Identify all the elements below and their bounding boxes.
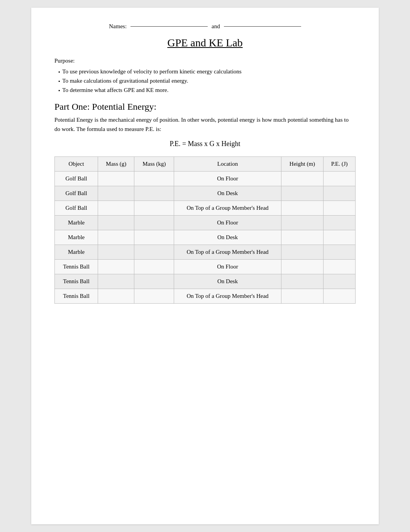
cell-height [281,201,324,216]
table-row: Golf Ball On Floor [55,172,356,186]
part-one-description: Potential Energy is the mechanical energ… [54,115,356,134]
bullet-item-2: ▪ To make calculations of gravitational … [58,76,356,85]
col-header-height: Height (m) [281,157,324,172]
cell-location: On Top of a Group Member's Head [174,245,281,260]
cell-mass-kg [134,274,174,289]
cell-mass-kg [134,260,174,274]
cell-mass-g [98,289,134,304]
names-input-2 [224,26,301,27]
bullet-item-1: ▪ To use previous knowledge of velocity … [58,67,356,76]
cell-location: On Desk [174,186,281,201]
names-line: Names: and [54,23,356,30]
cell-height [281,289,324,304]
cell-pe [324,172,356,186]
cell-mass-kg [134,216,174,230]
cell-object: Tennis Ball [55,260,98,274]
part-one-heading: Part One: Potential Energy: [54,102,356,112]
cell-pe [324,289,356,304]
cell-object: Tennis Ball [55,289,98,304]
cell-pe [324,245,356,260]
cell-mass-kg [134,245,174,260]
cell-mass-g [98,230,134,245]
cell-height [281,186,324,201]
cell-mass-g [98,274,134,289]
table-row: Golf Ball On Top of a Group Member's Hea… [55,201,356,216]
table-row: Tennis Ball On Top of a Group Member's H… [55,289,356,304]
table-row: Marble On Floor [55,216,356,230]
purpose-label: Purpose: [54,56,356,65]
cell-height [281,230,324,245]
bullet-text-3: To determine what affects GPE and KE mor… [62,85,168,95]
cell-location: On Top of a Group Member's Head [174,201,281,216]
cell-height [281,245,324,260]
cell-pe [324,230,356,245]
cell-location: On Top of a Group Member's Head [174,289,281,304]
cell-location: On Floor [174,260,281,274]
table-row: Tennis Ball On Floor [55,260,356,274]
formula: P.E. = Mass x G x Height [54,140,356,148]
cell-height [281,274,324,289]
table-row: Golf Ball On Desk [55,186,356,201]
cell-mass-kg [134,172,174,186]
col-header-location: Location [174,157,281,172]
cell-object: Tennis Ball [55,274,98,289]
cell-pe [324,201,356,216]
cell-location: On Floor [174,216,281,230]
data-table: Object Mass (g) Mass (kg) Location Heigh… [54,156,356,304]
cell-mass-g [98,201,134,216]
cell-height [281,216,324,230]
cell-mass-g [98,260,134,274]
cell-pe [324,260,356,274]
names-label: Names: [109,23,127,30]
bullet-icon-1: ▪ [58,68,60,76]
names-input-1 [130,26,208,27]
cell-mass-kg [134,201,174,216]
cell-object: Marble [55,230,98,245]
cell-location: On Desk [174,274,281,289]
cell-location: On Desk [174,230,281,245]
cell-pe [324,186,356,201]
col-header-object: Object [55,157,98,172]
and-label: and [212,23,220,30]
cell-height [281,172,324,186]
cell-object: Golf Ball [55,201,98,216]
cell-object: Golf Ball [55,186,98,201]
cell-mass-g [98,186,134,201]
table-row: Marble On Top of a Group Member's Head [55,245,356,260]
bullet-icon-2: ▪ [58,78,60,85]
cell-mass-g [98,245,134,260]
col-header-mass-kg: Mass (kg) [134,157,174,172]
cell-mass-kg [134,230,174,245]
col-header-mass-g: Mass (g) [98,157,134,172]
purpose-section: Purpose: ▪ To use previous knowledge of … [54,56,356,95]
col-header-pe: P.E. (J) [324,157,356,172]
bullet-text-1: To use previous knowledge of velocity to… [62,67,241,76]
table-row: Marble On Desk [55,230,356,245]
table-row: Tennis Ball On Desk [55,274,356,289]
cell-mass-kg [134,289,174,304]
cell-pe [324,216,356,230]
page-container: Names: and GPE and KE Lab Purpose: ▪ To … [31,8,379,524]
cell-object: Marble [55,245,98,260]
cell-object: Marble [55,216,98,230]
cell-location: On Floor [174,172,281,186]
cell-height [281,260,324,274]
cell-mass-g [98,172,134,186]
bullet-text-2: To make calculations of gravitational po… [62,76,188,85]
cell-mass-g [98,216,134,230]
page-title: GPE and KE Lab [54,37,356,49]
cell-pe [324,274,356,289]
bullet-icon-3: ▪ [58,87,60,94]
bullet-item-3: ▪ To determine what affects GPE and KE m… [58,85,356,95]
cell-object: Golf Ball [55,172,98,186]
cell-mass-kg [134,186,174,201]
